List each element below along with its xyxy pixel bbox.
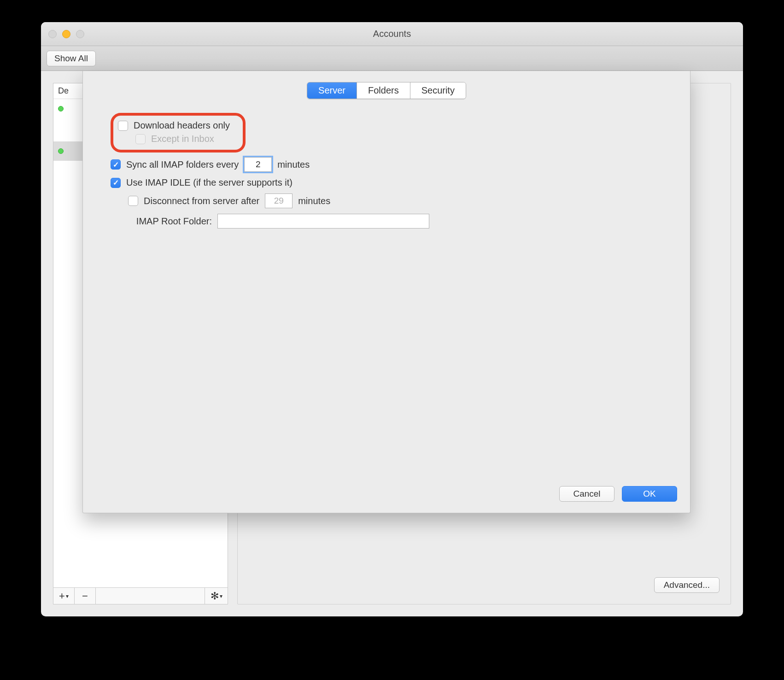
server-settings-sheet: Server Folders Security Download headers…	[82, 71, 690, 513]
chevron-down-icon: ▾	[66, 593, 69, 599]
remove-account-button[interactable]: −	[75, 588, 96, 604]
minimize-icon[interactable]	[62, 30, 70, 38]
cancel-button[interactable]: Cancel	[559, 486, 614, 502]
accounts-window: Accounts Show All De +▾ −	[41, 22, 743, 616]
idle-row: Use IMAP IDLE (if the server supports it…	[111, 177, 662, 188]
add-account-button[interactable]: +▾	[53, 588, 75, 604]
list-footer: +▾ − ✻▾	[53, 588, 228, 604]
toolbar: Show All	[41, 46, 743, 71]
zoom-icon[interactable]	[76, 30, 84, 38]
sync-checkbox[interactable]	[111, 159, 121, 170]
tab-folders[interactable]: Folders	[357, 82, 410, 99]
download-headers-row: Download headers only	[118, 120, 230, 131]
gear-icon: ✻	[211, 590, 219, 602]
except-inbox-label: Except in Inbox	[151, 134, 214, 144]
sheet-footer: Cancel OK	[559, 486, 677, 502]
chevron-down-icon: ▾	[220, 593, 222, 599]
disconnect-minutes-input[interactable]	[265, 193, 293, 208]
disconnect-suffix-label: minutes	[298, 196, 330, 206]
close-icon[interactable]	[48, 30, 57, 38]
tab-group: Server Folders Security	[307, 82, 466, 99]
except-inbox-row: Except in Inbox	[135, 134, 230, 144]
root-folder-row: IMAP Root Folder:	[111, 214, 662, 229]
except-inbox-checkbox	[135, 134, 146, 144]
download-headers-label: Download headers only	[134, 120, 230, 131]
footer-spacer	[96, 588, 205, 604]
sync-suffix-label: minutes	[277, 159, 310, 170]
download-headers-checkbox[interactable]	[118, 121, 128, 131]
traffic-lights	[41, 30, 84, 38]
sync-row: Sync all IMAP folders every minutes	[111, 157, 662, 172]
tab-server[interactable]: Server	[307, 82, 357, 99]
gear-button[interactable]: ✻▾	[205, 588, 228, 604]
sync-prefix-label: Sync all IMAP folders every	[126, 159, 239, 170]
tab-security[interactable]: Security	[410, 82, 466, 99]
highlight-annotation: Download headers only Except in Inbox	[111, 113, 246, 152]
root-folder-label: IMAP Root Folder:	[111, 216, 212, 227]
show-all-button[interactable]: Show All	[47, 51, 96, 66]
disconnect-prefix-label: Disconnect from server after	[144, 196, 259, 206]
status-dot-icon	[58, 148, 64, 154]
sheet-body: Download headers only Except in Inbox Sy…	[83, 99, 690, 243]
plus-icon: +	[59, 590, 65, 602]
ok-button[interactable]: OK	[622, 486, 677, 502]
idle-label: Use IMAP IDLE (if the server supports it…	[126, 177, 293, 188]
titlebar: Accounts	[41, 22, 743, 46]
advanced-button[interactable]: Advanced...	[654, 577, 720, 593]
idle-checkbox[interactable]	[111, 178, 121, 188]
status-dot-icon	[58, 106, 64, 111]
minus-icon: −	[82, 590, 88, 602]
root-folder-input[interactable]	[217, 214, 429, 229]
disconnect-checkbox[interactable]	[128, 196, 138, 206]
window-title: Accounts	[41, 29, 743, 39]
tabs: Server Folders Security	[83, 82, 690, 99]
disconnect-row: Disconnect from server after minutes	[128, 193, 662, 208]
sync-minutes-input[interactable]	[244, 157, 272, 172]
